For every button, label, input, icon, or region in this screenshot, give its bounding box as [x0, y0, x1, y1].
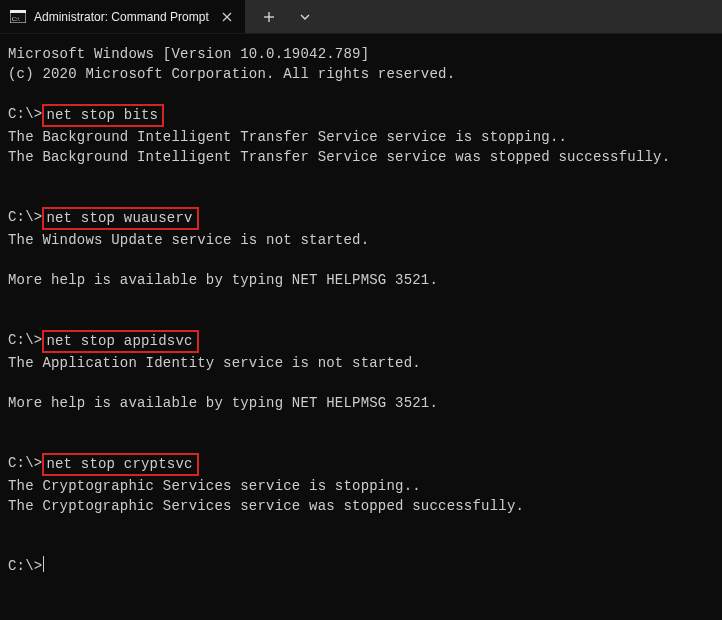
terminal-line — [8, 290, 714, 310]
command-text: net stop wuauserv — [42, 207, 198, 230]
tab-title: Administrator: Command Prompt — [34, 10, 209, 24]
terminal-line — [8, 413, 714, 433]
terminal-line — [8, 536, 714, 556]
terminal-line — [8, 250, 714, 270]
tab-cmd[interactable]: C:\ Administrator: Command Prompt — [0, 0, 246, 33]
prompt-line: C:\>net stop appidsvc — [8, 330, 714, 353]
terminal-line — [8, 310, 714, 330]
chevron-down-icon[interactable] — [296, 8, 314, 26]
terminal-line — [8, 516, 714, 536]
terminal-line: More help is available by typing NET HEL… — [8, 270, 714, 290]
terminal-line: The Background Intelligent Transfer Serv… — [8, 127, 714, 147]
terminal-line: Microsoft Windows [Version 10.0.19042.78… — [8, 44, 714, 64]
tabbar-actions — [246, 0, 722, 33]
svg-text:C:\: C:\ — [12, 16, 20, 22]
titlebar: C:\ Administrator: Command Prompt — [0, 0, 722, 34]
svg-rect-1 — [10, 10, 26, 13]
terminal-line: (c) 2020 Microsoft Corporation. All righ… — [8, 64, 714, 84]
close-icon[interactable] — [217, 7, 237, 27]
terminal-line: The Background Intelligent Transfer Serv… — [8, 147, 714, 167]
prompt-line: C:\>net stop wuauserv — [8, 207, 714, 230]
terminal-line — [8, 167, 714, 187]
command-text: net stop bits — [42, 104, 164, 127]
prompt: C:\> — [8, 104, 42, 124]
command-text: net stop appidsvc — [42, 330, 198, 353]
prompt-line: C:\>net stop cryptsvc — [8, 453, 714, 476]
terminal-line — [8, 187, 714, 207]
terminal-line: The Windows Update service is not starte… — [8, 230, 714, 250]
terminal-line: The Cryptographic Services service is st… — [8, 476, 714, 496]
terminal-line: The Application Identity service is not … — [8, 353, 714, 373]
prompt: C:\> — [8, 330, 42, 350]
prompt: C:\> — [8, 207, 42, 227]
terminal-line — [8, 84, 714, 104]
terminal-line — [8, 433, 714, 453]
terminal-output[interactable]: Microsoft Windows [Version 10.0.19042.78… — [0, 34, 722, 620]
prompt-line: C:\>net stop bits — [8, 104, 714, 127]
command-text: net stop cryptsvc — [42, 453, 198, 476]
cursor — [43, 556, 44, 572]
terminal-line: More help is available by typing NET HEL… — [8, 393, 714, 413]
terminal-line — [8, 373, 714, 393]
new-tab-button[interactable] — [260, 8, 278, 26]
cmd-icon: C:\ — [10, 10, 26, 24]
terminal-line: The Cryptographic Services service was s… — [8, 496, 714, 516]
prompt-line: C:\> — [8, 556, 714, 576]
prompt: C:\> — [8, 453, 42, 473]
prompt: C:\> — [8, 556, 42, 576]
